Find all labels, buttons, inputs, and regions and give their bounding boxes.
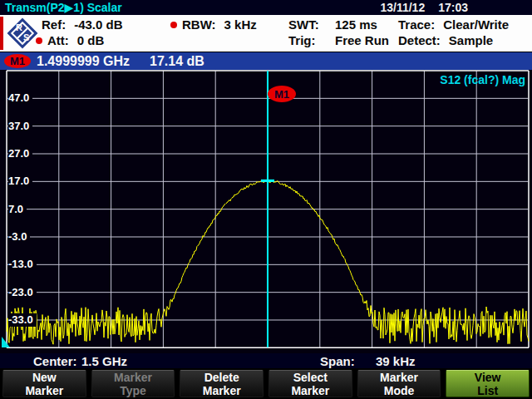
swt-label: SWT:	[288, 17, 327, 32]
trig-label: Trig:	[288, 33, 327, 47]
ref-label: Ref:	[42, 17, 66, 32]
trig-value: Free Run	[335, 33, 389, 47]
att-value: 0 dB	[77, 33, 105, 47]
detect-value: Sample	[449, 33, 493, 47]
marker-m1-badge: M1	[4, 54, 31, 68]
trace-mode-field: Trace: Clear/Write	[398, 17, 509, 32]
ref-level-field: Ref: -43.0 dB	[42, 17, 123, 32]
span-value: 39 kHz	[376, 354, 416, 368]
plot-canvas	[0, 70, 532, 353]
att-field: Att: 0 dB	[36, 33, 104, 47]
left-edge-stripe	[0, 17, 3, 50]
trace-mode-value: Clear/Write	[443, 17, 509, 32]
marker-level-readout: 17.14 dB	[150, 54, 204, 69]
softkey-select-marker[interactable]: SelectMarker	[268, 370, 352, 397]
ref-value: -43.0 dB	[74, 17, 122, 32]
red-dot-icon	[170, 22, 177, 28]
y-axis-tick: 7.0	[8, 203, 27, 216]
title-bar: Transm(P2▶1) Scalar 13/11/12 17:03	[0, 0, 532, 15]
y-axis-tick: 17.0	[8, 175, 32, 188]
marker-m1-flag[interactable]: M1	[268, 86, 296, 102]
rbw-label: RBW:	[182, 17, 216, 32]
logo-letter-r: R	[16, 22, 22, 32]
trigger-field: Trig: Free Run	[288, 33, 389, 47]
marker-frequency-readout: 1.4999999 GHz	[37, 54, 130, 69]
swt-value: 125 ms	[335, 17, 377, 32]
softkey-marker-mode[interactable]: MarkerMode	[357, 370, 441, 397]
rohde-schwarz-logo-icon: R S	[7, 17, 38, 49]
datetime: 13/11/12 17:03	[380, 1, 468, 14]
att-label: Att:	[47, 33, 69, 47]
softkey-delete-marker[interactable]: DeleteMarker	[180, 370, 264, 397]
y-axis-tick: -23.0	[8, 286, 37, 299]
logo-letter-s: S	[23, 32, 29, 42]
date-text: 13/11/12	[380, 1, 425, 14]
trace-label-key: Trace:	[398, 17, 435, 32]
frequency-footer-bar: Center: 1.5 GHz Span: 39 kHz	[0, 353, 532, 368]
trace-math-label: S12 (fcal?) Mag	[440, 73, 525, 86]
softkey-view-list[interactable]: ViewList	[446, 370, 530, 397]
center-freq-value: 1.5 GHz	[81, 354, 127, 368]
y-axis-tick: 27.0	[8, 147, 32, 160]
marker-peak-tick	[261, 180, 274, 182]
y-axis-tick: 47.0	[8, 91, 32, 105]
swt-field: SWT: 125 ms	[288, 17, 377, 32]
y-axis-tick: -3.0	[8, 230, 30, 244]
detect-label: Detect:	[398, 33, 441, 47]
y-axis-tick: -33.0	[8, 313, 37, 327]
time-text: 17:03	[438, 1, 468, 14]
y-axis-tick: 37.0	[8, 120, 32, 133]
y-axis-tick: -13.0	[8, 258, 37, 271]
softkey-new-marker[interactable]: NewMarker	[2, 370, 86, 397]
instrument-screen: Transm(P2▶1) Scalar 13/11/12 17:03 R S R…	[0, 0, 532, 399]
center-freq-label: Center:	[33, 354, 77, 368]
softkey-bar: NewMarker MarkerType DeleteMarker Select…	[0, 368, 532, 399]
marker-readout-bar: M1 1.4999999 GHz 17.14 dB	[0, 52, 532, 71]
settings-header: R S Ref: -43.0 dB RBW: 3 kHz SWT: 125 ms…	[0, 15, 532, 52]
measurement-mode-title: Transm(P2▶1) Scalar	[0, 1, 122, 14]
detector-field: Detect: Sample	[398, 33, 493, 47]
span-label: Span:	[320, 354, 355, 368]
rbw-value: 3 kHz	[224, 17, 257, 32]
red-dot-icon	[36, 37, 42, 44]
rbw-field: RBW: 3 kHz	[170, 17, 257, 32]
spectrum-plot: 47.0 37.0 27.0 17.0 7.0 -3.0 -13.0 -23.0…	[0, 70, 532, 353]
softkey-marker-type[interactable]: MarkerType	[91, 370, 175, 397]
